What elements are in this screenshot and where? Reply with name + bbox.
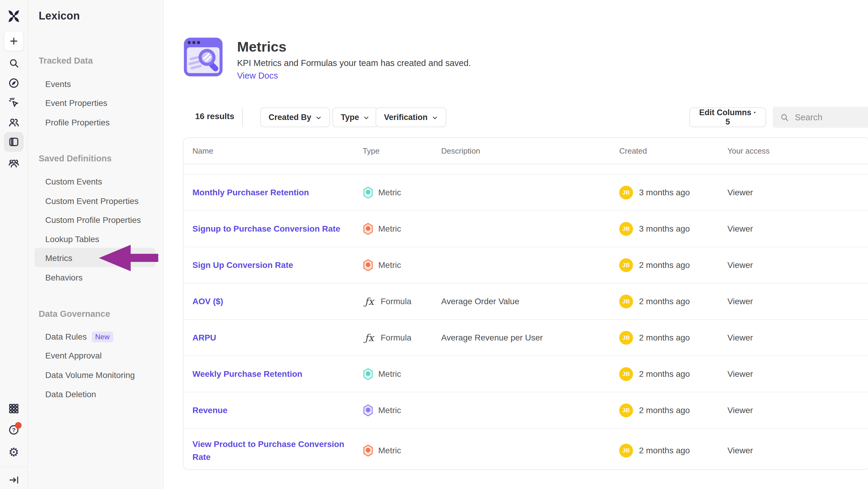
edit-columns-button[interactable]: Edit Columns · 5 bbox=[689, 107, 766, 127]
sidebar-item-label: Custom Profile Properties bbox=[45, 214, 141, 226]
sidebar-item-behaviors[interactable]: Behaviors bbox=[45, 272, 83, 284]
sidebar-item-custom-event-properties[interactable]: Custom Event Properties bbox=[45, 195, 138, 207]
compass-icon[interactable] bbox=[0, 73, 28, 93]
hex-orange-metric-icon bbox=[363, 223, 373, 235]
access-level: Viewer bbox=[727, 369, 868, 379]
sidebar-item-label: Data Volume Monitoring bbox=[45, 369, 135, 381]
table-row: AOV ($)ƒxFormulaAverage Order ValueJB2 m… bbox=[183, 284, 868, 320]
sidebar-item-label: Profile Properties bbox=[45, 117, 110, 129]
formula-icon: ƒx bbox=[363, 296, 376, 307]
creator-avatar: JB bbox=[619, 403, 633, 417]
creator-avatar: JB bbox=[619, 258, 633, 272]
sidebar-item-metrics[interactable]: Metrics bbox=[45, 252, 72, 264]
created-time: 3 months ago bbox=[639, 224, 690, 234]
sidebar-item-profile-properties[interactable]: Profile Properties bbox=[45, 117, 110, 129]
metric-name-link[interactable]: Monthly Purchaser Retention bbox=[192, 188, 309, 197]
metrics-table-card: Name Type Description Created Your acces… bbox=[183, 137, 868, 470]
type-label: Metric bbox=[378, 260, 401, 270]
sidebar-item-label: Event Properties bbox=[45, 97, 107, 109]
search-input[interactable] bbox=[794, 112, 864, 123]
metric-name-link[interactable]: Revenue bbox=[192, 406, 227, 415]
table-header-row: Name Type Description Created Your acces… bbox=[183, 138, 868, 164]
collapse-icon[interactable] bbox=[0, 470, 28, 489]
sidebar-item-label: Event Approval bbox=[45, 350, 102, 362]
column-header-name[interactable]: Name bbox=[192, 146, 363, 156]
created-time: 2 months ago bbox=[639, 260, 690, 270]
view-docs-link[interactable]: View Docs bbox=[237, 71, 278, 81]
sidebar-item-data-deletion[interactable]: Data Deletion bbox=[45, 389, 96, 401]
settings-icon[interactable]: ⚙ bbox=[0, 442, 28, 462]
sidebar-item-data-volume-monitoring[interactable]: Data Volume Monitoring bbox=[45, 369, 135, 381]
creator-avatar: JB bbox=[619, 331, 633, 345]
column-header-access[interactable]: Your access bbox=[727, 146, 868, 156]
hex-teal-metric-icon bbox=[363, 186, 373, 199]
hex-orange-metric-icon bbox=[363, 259, 373, 271]
created-time: 2 months ago bbox=[639, 333, 690, 343]
hex-teal-metric-icon bbox=[363, 368, 373, 380]
sidebar-item-label: Events bbox=[45, 78, 71, 90]
group-icon[interactable] bbox=[0, 153, 28, 173]
column-header-created[interactable]: Created bbox=[619, 146, 727, 156]
sidebar-item-label: Custom Event Properties bbox=[45, 195, 138, 207]
sidebar-item-event-approval[interactable]: Event Approval bbox=[45, 350, 102, 362]
chevron-down-icon bbox=[363, 116, 369, 120]
column-header-type[interactable]: Type bbox=[363, 146, 441, 156]
filter-type-button[interactable]: Type bbox=[332, 107, 378, 127]
sidebar-section-header: Saved Definitions bbox=[39, 153, 112, 164]
results-count: 16 results bbox=[195, 112, 235, 121]
created-time: 3 months ago bbox=[639, 188, 690, 197]
access-level: Viewer bbox=[727, 446, 868, 455]
sidebar-item-custom-events[interactable]: Custom Events bbox=[45, 176, 102, 188]
search-icon bbox=[780, 113, 789, 122]
scrolled-row-sliver bbox=[183, 164, 868, 175]
mixpanel-logo-icon bbox=[0, 6, 28, 26]
create-button[interactable] bbox=[4, 31, 24, 51]
chevron-down-icon bbox=[316, 116, 321, 120]
column-header-description[interactable]: Description bbox=[441, 146, 619, 156]
lexicon-panel-icon[interactable] bbox=[0, 132, 28, 152]
rail-divider bbox=[0, 467, 28, 467]
filter-label: Verification bbox=[384, 113, 428, 122]
type-label: Formula bbox=[381, 297, 411, 306]
help-icon[interactable]: ? bbox=[0, 420, 28, 440]
table-row: Weekly Purchase Retention MetricJB2 mont… bbox=[183, 356, 868, 393]
type-label: Metric bbox=[378, 369, 401, 379]
access-level: Viewer bbox=[727, 406, 868, 415]
sidebar-item-label: Behaviors bbox=[45, 272, 83, 284]
type-label: Metric bbox=[378, 224, 401, 234]
sidebar-item-label: Custom Events bbox=[45, 176, 102, 188]
filter-created-by-button[interactable]: Created By bbox=[260, 107, 330, 127]
type-label: Metric bbox=[378, 406, 401, 415]
search-icon[interactable] bbox=[0, 53, 28, 73]
sidebar-item-events[interactable]: Events bbox=[45, 78, 71, 90]
table-row: Sign Up Conversion Rate MetricJB2 months… bbox=[183, 247, 868, 284]
metric-name-link[interactable]: Sign Up Conversion Rate bbox=[192, 260, 293, 270]
main-content: Metrics KPI Metrics and Formulas your te… bbox=[164, 0, 868, 489]
metric-name-link[interactable]: View Product to Purchase Conversion Rate bbox=[192, 439, 344, 462]
sidebar-item-data-rules[interactable]: Data RulesNew bbox=[45, 331, 113, 343]
type-label: Formula bbox=[381, 333, 411, 343]
sidebar-item-custom-profile-properties[interactable]: Custom Profile Properties bbox=[45, 214, 141, 226]
created-time: 2 months ago bbox=[639, 297, 690, 306]
cursor-click-icon[interactable] bbox=[0, 93, 28, 113]
filter-label: Type bbox=[341, 113, 359, 122]
hex-orange-metric-icon bbox=[363, 444, 373, 457]
metric-name-link[interactable]: Weekly Purchase Retention bbox=[192, 369, 303, 379]
table-row: Monthly Purchaser Retention MetricJB3 mo… bbox=[183, 175, 868, 211]
filter-verification-button[interactable]: Verification bbox=[376, 107, 446, 127]
sidebar-section-header: Tracked Data bbox=[39, 56, 93, 66]
apps-grid-icon[interactable] bbox=[0, 399, 28, 419]
sidebar-item-lookup-tables[interactable]: Lookup Tables bbox=[45, 233, 99, 246]
plus-icon[interactable] bbox=[0, 31, 28, 51]
metric-name-link[interactable]: AOV ($) bbox=[192, 297, 223, 306]
filter-label: Created By bbox=[269, 113, 311, 122]
users-icon[interactable] bbox=[0, 113, 28, 132]
table-row: View Product to Purchase Conversion Rate… bbox=[183, 429, 868, 470]
sidebar-item-event-properties[interactable]: Event Properties bbox=[45, 97, 107, 109]
created-time: 2 months ago bbox=[639, 446, 690, 455]
chevron-down-icon bbox=[432, 116, 438, 120]
sidebar-item-label: Lookup Tables bbox=[45, 233, 99, 246]
search-box[interactable] bbox=[773, 107, 868, 128]
metric-name-link[interactable]: Signup to Purchase Conversion Rate bbox=[192, 224, 340, 233]
metric-name-link[interactable]: ARPU bbox=[192, 333, 216, 342]
